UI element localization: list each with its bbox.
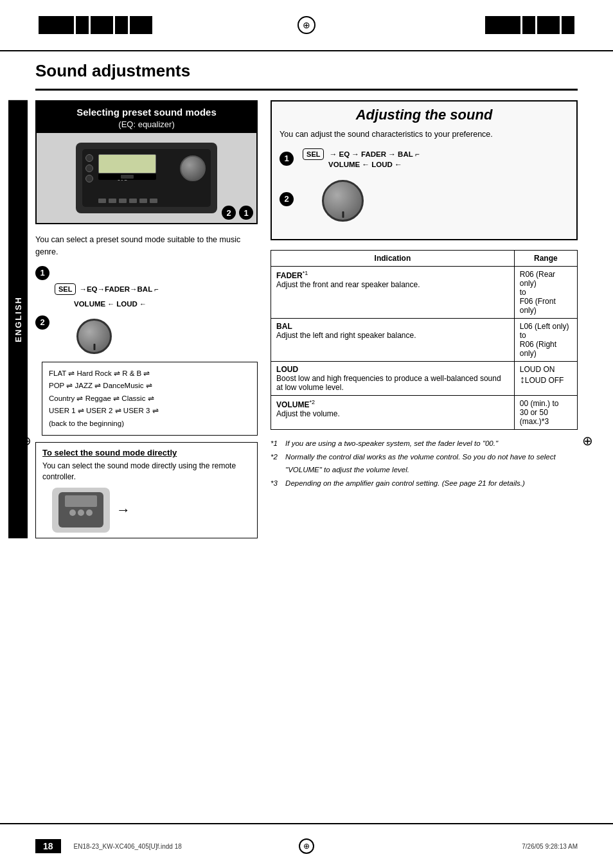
left-step1-row: 1 [35,266,258,280]
select-direct-desc: You can select the sound mode directly u… [42,461,251,483]
right-step2: 2 [280,177,569,222]
indication-cell-2: LOUDBoost low and high frequencies to pr… [271,361,515,395]
remote-btn-2 [78,509,84,516]
footnote-num-1: *1 [271,438,283,450]
bal-label-left: BAL [138,285,153,293]
arrow-2: → [98,285,105,293]
remote-inner [58,492,103,527]
left-cross-mark: ⊕ [19,434,32,447]
knob-image-right [322,180,364,222]
footnote-text-3: Depending on the amplifier gain control … [285,477,525,490]
mode-line-3: Country ⇌ Reggae ⇌ Classic ⇌ [49,393,251,405]
sel-box-right: SEL [303,148,324,160]
top-bar: ⊕ [0,0,613,51]
eq-label-left: EQ [87,285,98,293]
footnote-2: *2Normally the control dial works as the… [271,451,578,476]
remote-image [52,488,110,533]
segment-1 [39,16,74,34]
range-cell-2: LOUD ON↕LOUD OFF [514,361,577,395]
adjusting-box: Adjusting the sound You can adjust the s… [271,100,578,240]
top-bar-segments-right [485,16,574,34]
right-column: Adjusting the sound You can adjust the s… [271,100,578,538]
left-description: You can select a preset sound mode suita… [35,234,258,258]
sel-box-left: SEL [55,283,76,295]
arrow-1: → [79,285,87,293]
right-larrow-1: ← [362,160,369,169]
right-fader-label: FADER [361,150,386,158]
segment-r2 [522,16,535,34]
select-direct-title: To select the sound mode directly [42,448,251,457]
remote-area: → [42,488,251,533]
top-bar-right [337,16,613,34]
step-num-2: 2 [222,206,236,220]
indication-cell-1: BALAdjust the left and right speaker bal… [271,318,515,361]
range-cell-1: L06 (Left only)toR06 (Right only) [514,318,577,361]
segment-r1 [485,16,520,34]
preset-box-title: Selecting preset sound modes [37,102,256,120]
col-range-header: Range [514,250,577,266]
remote-arrow-right: → [116,502,130,518]
radio-image-area: JVC [37,133,256,223]
bottom-date: 7/26/05 9:28:13 AM [522,843,578,850]
step-numbers-overlay: 2 1 [222,206,253,220]
segment-2 [76,16,89,34]
footnote-text-1: If you are using a two-speaker system, s… [285,438,498,450]
left-step2: 2 [35,315,258,354]
adjusting-desc: You can adjust the sound characteristics… [280,128,569,141]
corner-arrow-left: ⌐ [154,285,159,293]
left-step1: 1 SEL → EQ → FADER → BAL ⌐ [35,266,258,308]
table-row: BALAdjust the left and right speaker bal… [271,318,578,361]
table-row: VOLUME*2Adjust the volume.00 (min.) to30… [271,395,578,429]
two-col-layout: ENGLISH Selecting preset sound modes (EQ… [35,100,578,538]
knob-indicator [93,344,95,350]
arrow-3: → [130,285,138,293]
step-circle-1: 1 [35,266,49,280]
left-step2-row: 2 [35,315,258,354]
col-indication-header: Indication [271,250,515,266]
mode-line-4: USER 1 ⇌ USER 2 ⇌ USER 3 ⇌ [49,405,251,418]
knob-image-left [76,319,112,354]
segment-4 [115,16,128,34]
mode-line-1: FLAT ⇌ Hard Rock ⇌ R & B ⇌ [49,368,251,380]
bottom-center-cross: ⊕ [299,838,314,854]
page-title: Sound adjustments [35,61,578,81]
preset-box-subtitle: (EQ: equalizer) [37,120,256,133]
top-bar-segments-left [39,16,152,34]
page: ⊕ Sound adjustments ENGLISH Selecting pr… [0,0,613,868]
step-circle-2: 2 [35,315,49,330]
right-arrow-1: → [329,150,337,159]
right-eq-row2: VOLUME ← LOUD ← [328,160,420,169]
remote-screen [65,495,97,507]
right-arrow-2: → [351,150,359,159]
preset-sound-box: Selecting preset sound modes (EQ: equali… [35,100,258,224]
right-step1: 1 SEL → EQ → FADER → BAL ⌐ [280,148,569,169]
right-step-circle-1: 1 [280,152,294,166]
mode-line-5: (back to the beginning) [49,418,251,430]
remote-btn-3 [86,509,93,516]
table-header-row: Indication Range [271,250,578,266]
eq-diagram-left: SEL → EQ → FADER → BAL ⌐ [55,283,258,295]
right-eq-row1: SEL → EQ → FADER → BAL ⌐ [303,148,420,160]
volume-label-left: VOLUME ← LOUD ← [74,300,147,308]
right-loud-label: LOUD [371,161,393,168]
right-corner: ⌐ [415,150,420,159]
mode-list-box: FLAT ⇌ Hard Rock ⇌ R & B ⇌ POP ⇌ JAZZ ⇌ … [42,362,258,436]
right-eq-label: EQ [339,150,350,158]
mode-line-2: POP ⇌ JAZZ ⇌ DanceMusic ⇌ [49,380,251,393]
eq-lines-left: VOLUME ← LOUD ← [55,300,258,308]
footnote-num-2: *2 [271,451,283,476]
fader-label-left: FADER [105,285,130,293]
footnote-3: *3Depending on the amplifier gain contro… [271,477,578,490]
bottom-bar: 18 EN18-23_KW-XC406_405[U]f.indd 18 ⊕ 7/… [0,823,613,868]
footnote-text-2: Normally the control dial works as the v… [285,451,578,476]
table-row: FADER*1Adjust the front and rear speaker… [271,266,578,318]
right-eq-diagram: SEL → EQ → FADER → BAL ⌐ VOLUME [303,148,420,169]
right-cross-mark: ⊕ [581,434,594,447]
footnotes: *1If you are using a two-speaker system,… [271,438,578,490]
indication-cell-0: FADER*1Adjust the front and rear speaker… [271,266,515,318]
range-cell-3: 00 (min.) to30 or 50 (max.)*3 [514,395,577,429]
top-center-cross: ⊕ [298,16,315,34]
title-rule [35,89,578,91]
segment-r3 [537,16,560,34]
range-cell-0: R06 (Rear only)toF06 (Front only) [514,266,577,318]
